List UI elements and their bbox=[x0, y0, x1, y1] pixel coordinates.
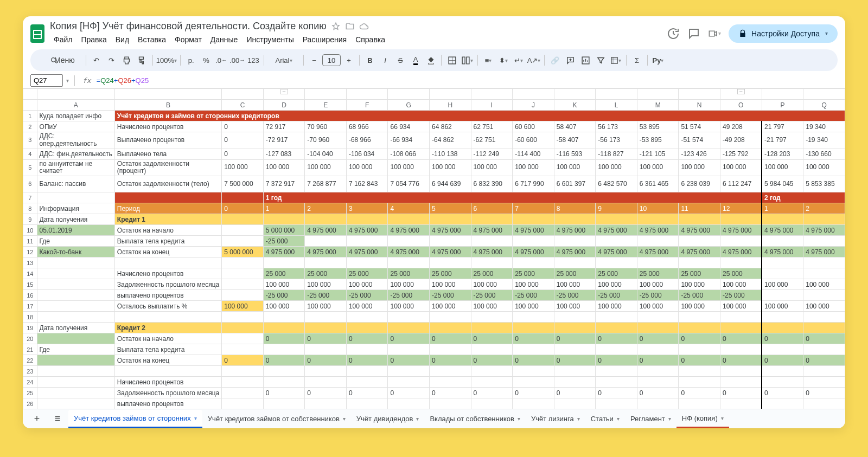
cell[interactable]: 0 bbox=[637, 388, 679, 398]
functions-button[interactable]: Σ bbox=[630, 53, 644, 68]
cell[interactable] bbox=[637, 398, 679, 409]
cell[interactable]: 4 975 000 bbox=[471, 225, 513, 236]
sheet-tab[interactable]: Учёт кредитов займов от собственников ▾ bbox=[202, 410, 351, 428]
cell[interactable]: -25 000 bbox=[596, 290, 637, 301]
col-header[interactable]: J bbox=[513, 100, 554, 111]
cell[interactable] bbox=[471, 344, 513, 355]
cell[interactable]: 0 bbox=[720, 333, 762, 344]
cell[interactable] bbox=[803, 366, 845, 377]
cell[interactable] bbox=[513, 258, 554, 268]
cell[interactable] bbox=[388, 366, 430, 377]
cell[interactable] bbox=[554, 236, 596, 247]
cell[interactable]: -58 407 bbox=[554, 132, 596, 149]
cell[interactable] bbox=[637, 366, 679, 377]
cell[interactable] bbox=[679, 377, 720, 388]
italic-button[interactable]: I bbox=[378, 53, 392, 68]
cell[interactable]: Учёт кредитов и займов от сторонних кред… bbox=[114, 111, 845, 121]
cell[interactable]: 1 bbox=[762, 203, 803, 214]
cell[interactable] bbox=[37, 398, 114, 409]
cell[interactable]: 4 975 000 bbox=[637, 247, 679, 258]
cell[interactable]: 25 000 bbox=[388, 268, 430, 279]
cell[interactable] bbox=[596, 214, 637, 225]
cell[interactable] bbox=[388, 377, 430, 388]
sheet-tab[interactable]: Учёт кредитов займов от сторонних ▾ bbox=[68, 410, 202, 428]
cell[interactable]: 100 000 bbox=[346, 301, 388, 312]
row-header[interactable]: 13 bbox=[23, 258, 37, 268]
cell[interactable]: 68 966 bbox=[346, 121, 388, 132]
cell[interactable]: 4 975 000 bbox=[346, 225, 388, 236]
row-header[interactable]: 3 bbox=[23, 132, 37, 149]
cell[interactable]: 0 bbox=[388, 355, 430, 366]
extensions-menu[interactable]: Py ▾ bbox=[651, 53, 665, 68]
cell[interactable] bbox=[720, 214, 762, 225]
col-header[interactable]: B bbox=[114, 100, 221, 111]
cell[interactable]: 25 000 bbox=[471, 268, 513, 279]
row-header[interactable]: 22 bbox=[23, 355, 37, 366]
currency-button[interactable]: р. bbox=[184, 53, 198, 68]
cell[interactable]: Остаток на начало bbox=[114, 225, 221, 236]
row-header[interactable]: 16 bbox=[23, 290, 37, 301]
zoom-select[interactable]: 100% ▾ bbox=[156, 53, 177, 68]
cell[interactable] bbox=[679, 323, 720, 333]
cell[interactable]: 56 173 bbox=[596, 121, 637, 132]
cell[interactable]: Дата получения bbox=[37, 323, 114, 333]
cell[interactable] bbox=[803, 290, 845, 301]
cell[interactable] bbox=[263, 398, 305, 409]
cell[interactable]: 100 000 bbox=[263, 279, 305, 290]
cell[interactable] bbox=[637, 214, 679, 225]
cell[interactable] bbox=[471, 398, 513, 409]
cell[interactable]: 100 000 bbox=[596, 301, 637, 312]
row-header[interactable]: 12 bbox=[23, 247, 37, 258]
cell[interactable]: 6 944 639 bbox=[430, 176, 471, 192]
cell[interactable]: Остаток на конец bbox=[114, 247, 221, 258]
star-icon[interactable] bbox=[331, 22, 341, 31]
cell[interactable] bbox=[37, 290, 114, 301]
sheet-tab[interactable]: Вклады от собственников ▾ bbox=[424, 410, 526, 428]
row-header[interactable]: 14 bbox=[23, 268, 37, 279]
cell[interactable]: -112 249 bbox=[471, 149, 513, 159]
cell[interactable] bbox=[762, 258, 803, 268]
col-header[interactable]: O bbox=[720, 100, 762, 111]
sheet-tab[interactable]: Учёт лизинга ▾ bbox=[526, 410, 585, 428]
cell[interactable]: -128 203 bbox=[762, 149, 803, 159]
cell[interactable]: 0 bbox=[222, 149, 264, 159]
cell[interactable] bbox=[305, 214, 347, 225]
cell[interactable]: 5 000 000 bbox=[222, 247, 264, 258]
cell[interactable]: 0 bbox=[803, 333, 845, 344]
cell[interactable]: -125 792 bbox=[720, 149, 762, 159]
cell[interactable]: 0 bbox=[762, 355, 803, 366]
cell[interactable]: 100 000 bbox=[263, 301, 305, 312]
cell[interactable]: -25 000 bbox=[471, 290, 513, 301]
cell[interactable] bbox=[803, 312, 845, 323]
cell[interactable] bbox=[305, 377, 347, 388]
cell[interactable] bbox=[37, 355, 114, 366]
cell[interactable]: 100 000 bbox=[554, 159, 596, 176]
cell[interactable] bbox=[596, 344, 637, 355]
cell[interactable]: 0 bbox=[305, 388, 347, 398]
cell[interactable]: 25 000 bbox=[554, 268, 596, 279]
cell[interactable]: 4 975 000 bbox=[596, 247, 637, 258]
cell[interactable]: 4 975 000 bbox=[388, 247, 430, 258]
history-icon[interactable] bbox=[667, 27, 680, 40]
cell[interactable] bbox=[637, 258, 679, 268]
cell[interactable]: 100 000 bbox=[513, 301, 554, 312]
cell[interactable]: 0 bbox=[513, 355, 554, 366]
font-select[interactable]: Arial ▾ bbox=[267, 53, 300, 68]
cell[interactable] bbox=[720, 377, 762, 388]
cell[interactable] bbox=[430, 258, 471, 268]
cell[interactable]: Где bbox=[37, 236, 114, 247]
strike-button[interactable]: S bbox=[393, 53, 407, 68]
cell[interactable]: 4 975 000 bbox=[679, 225, 720, 236]
cell[interactable]: 1 bbox=[263, 203, 305, 214]
cell[interactable]: 100 000 bbox=[388, 279, 430, 290]
valign-button[interactable]: ⬍▾ bbox=[496, 53, 510, 68]
cell[interactable]: 100 000 bbox=[471, 301, 513, 312]
cell[interactable]: 4 975 000 bbox=[554, 247, 596, 258]
cell[interactable] bbox=[222, 236, 264, 247]
cell[interactable] bbox=[471, 258, 513, 268]
cell[interactable]: Где bbox=[37, 344, 114, 355]
cell[interactable]: 0 bbox=[263, 355, 305, 366]
cell[interactable] bbox=[803, 398, 845, 409]
cell[interactable]: -66 934 bbox=[388, 132, 430, 149]
cell[interactable]: 2 bbox=[305, 203, 347, 214]
